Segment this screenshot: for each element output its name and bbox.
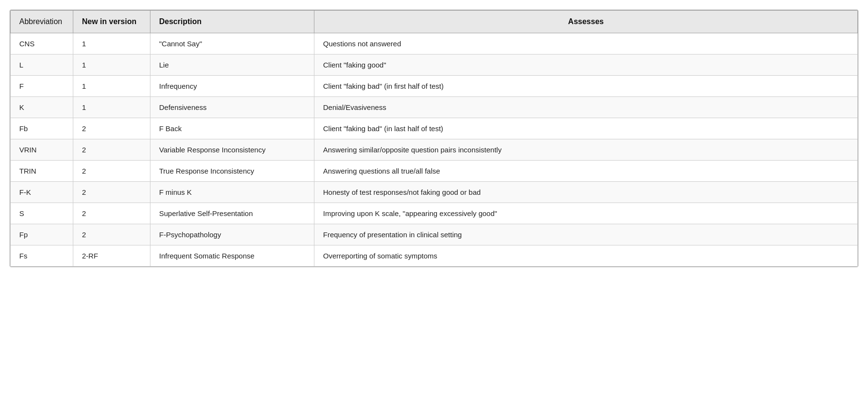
main-table-wrapper: Abbreviation New in version Description … xyxy=(10,10,858,267)
cell-version: 2 xyxy=(73,161,150,182)
cell-description: Lie xyxy=(150,54,314,76)
cell-assesses: Denial/Evasiveness xyxy=(314,97,858,118)
cell-description: True Response Inconsistency xyxy=(150,161,314,182)
cell-description: Superlative Self-Presentation xyxy=(150,203,314,224)
data-table: Abbreviation New in version Description … xyxy=(10,10,858,267)
table-row: Fs2-RFInfrequent Somatic ResponseOverrep… xyxy=(11,245,858,267)
cell-version: 1 xyxy=(73,33,150,54)
cell-description: F-Psychopathology xyxy=(150,224,314,245)
cell-assesses: Client "faking bad" (in last half of tes… xyxy=(314,118,858,139)
cell-abbreviation: Fp xyxy=(11,224,73,245)
cell-description: F minus K xyxy=(150,182,314,203)
cell-assesses: Improving upon K scale, "appearing exces… xyxy=(314,203,858,224)
cell-abbreviation: F-K xyxy=(11,182,73,203)
table-row: F1InfrequencyClient "faking bad" (in fir… xyxy=(11,76,858,97)
table-header-row: Abbreviation New in version Description … xyxy=(11,11,858,33)
cell-abbreviation: Fb xyxy=(11,118,73,139)
cell-assesses: Answering questions all true/all false xyxy=(314,161,858,182)
table-row: L1LieClient "faking good" xyxy=(11,54,858,76)
cell-version: 2 xyxy=(73,203,150,224)
cell-description: Variable Response Inconsistency xyxy=(150,139,314,161)
table-row: TRIN2True Response InconsistencyAnswerin… xyxy=(11,161,858,182)
cell-abbreviation: F xyxy=(11,76,73,97)
cell-assesses: Questions not answered xyxy=(314,33,858,54)
cell-assesses: Client "faking bad" (in first half of te… xyxy=(314,76,858,97)
cell-abbreviation: CNS xyxy=(11,33,73,54)
table-body: CNS1"Cannot Say"Questions not answeredL1… xyxy=(11,33,858,267)
cell-abbreviation: Fs xyxy=(11,245,73,267)
table-row: Fp2F-PsychopathologyFrequency of present… xyxy=(11,224,858,245)
cell-abbreviation: TRIN xyxy=(11,161,73,182)
cell-assesses: Honesty of test responses/not faking goo… xyxy=(314,182,858,203)
cell-version: 2 xyxy=(73,224,150,245)
cell-description: "Cannot Say" xyxy=(150,33,314,54)
cell-version: 1 xyxy=(73,76,150,97)
table-row: K1DefensivenessDenial/Evasiveness xyxy=(11,97,858,118)
table-row: F-K2F minus KHonesty of test responses/n… xyxy=(11,182,858,203)
cell-version: 2 xyxy=(73,118,150,139)
cell-description: F Back xyxy=(150,118,314,139)
cell-assesses: Frequency of presentation in clinical se… xyxy=(314,224,858,245)
header-description: Description xyxy=(150,11,314,33)
cell-version: 2 xyxy=(73,182,150,203)
header-abbreviation: Abbreviation xyxy=(11,11,73,33)
cell-abbreviation: S xyxy=(11,203,73,224)
table-row: CNS1"Cannot Say"Questions not answered xyxy=(11,33,858,54)
cell-description: Infrequency xyxy=(150,76,314,97)
table-row: VRIN2Variable Response InconsistencyAnsw… xyxy=(11,139,858,161)
cell-version: 2-RF xyxy=(73,245,150,267)
cell-assesses: Client "faking good" xyxy=(314,54,858,76)
cell-assesses: Overreporting of somatic symptoms xyxy=(314,245,858,267)
header-assesses: Assesses xyxy=(314,11,858,33)
cell-description: Defensiveness xyxy=(150,97,314,118)
cell-version: 2 xyxy=(73,139,150,161)
header-version: New in version xyxy=(73,11,150,33)
table-row: Fb2F BackClient "faking bad" (in last ha… xyxy=(11,118,858,139)
cell-abbreviation: L xyxy=(11,54,73,76)
cell-description: Infrequent Somatic Response xyxy=(150,245,314,267)
cell-abbreviation: K xyxy=(11,97,73,118)
cell-assesses: Answering similar/opposite question pair… xyxy=(314,139,858,161)
cell-version: 1 xyxy=(73,54,150,76)
cell-abbreviation: VRIN xyxy=(11,139,73,161)
cell-version: 1 xyxy=(73,97,150,118)
table-row: S2Superlative Self-PresentationImproving… xyxy=(11,203,858,224)
